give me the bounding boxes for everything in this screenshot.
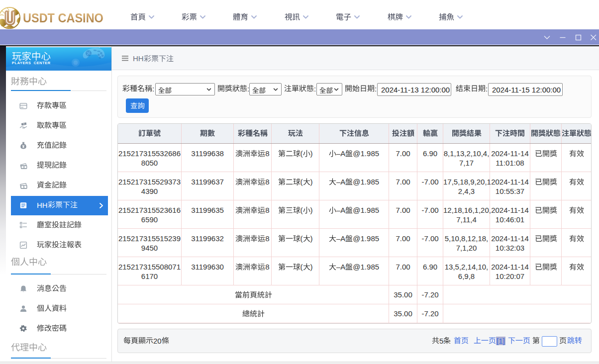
- svg-text:casino: casino: [5, 25, 14, 28]
